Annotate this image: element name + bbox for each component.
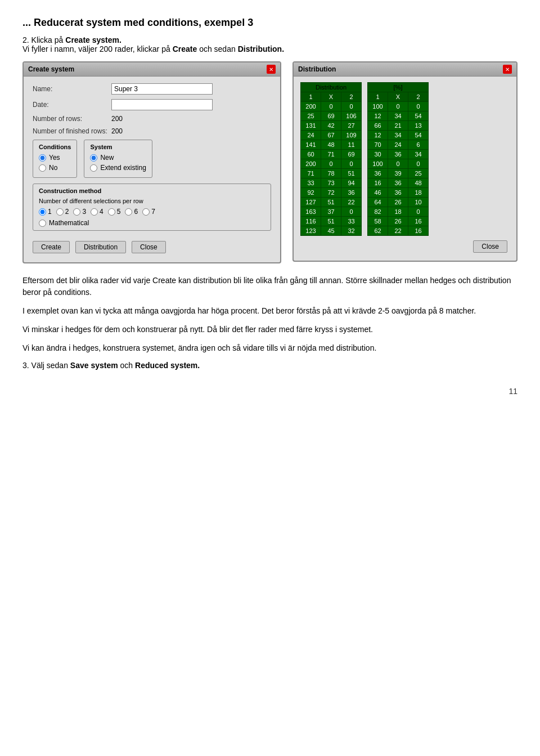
pct-cell: 26	[388, 217, 408, 226]
date-label: Date:	[33, 101, 111, 109]
dist-cell: 11	[341, 140, 362, 150]
num-2-radio[interactable]	[56, 208, 64, 216]
num-6-label: 6	[134, 208, 138, 216]
step3-heading: 3. Välj sedan Save system och Reduced sy…	[22, 361, 518, 370]
pct-cell: 18	[388, 207, 408, 217]
dist-cell: 0	[321, 159, 341, 169]
dist-col-1: 1	[301, 92, 321, 102]
system-new-radio[interactable]	[90, 154, 97, 162]
finished-value: 200	[111, 127, 123, 135]
num-6-radio[interactable]	[125, 208, 132, 216]
rows-label: Number of rows:	[33, 115, 111, 123]
pct-cell: 0	[408, 159, 429, 169]
num-3-radio[interactable]	[73, 208, 80, 216]
distribution-titlebar: Distribution ✕	[294, 62, 516, 77]
distribution-button[interactable]: Distribution	[75, 241, 126, 253]
dist-cell: 141	[301, 140, 321, 150]
num-7-option[interactable]: 7	[142, 208, 155, 216]
system-group: System New Extend existing	[84, 140, 152, 178]
num-1-label: 1	[48, 208, 52, 216]
dist-cell: 60	[301, 150, 321, 159]
dist-cell: 24	[301, 131, 321, 140]
pct-cell: 16	[408, 226, 429, 236]
pct-cell: 66	[368, 121, 388, 131]
num-5-radio[interactable]	[108, 208, 115, 216]
pct-cell: 46	[368, 188, 388, 198]
pct-cell: 34	[408, 150, 429, 159]
pct-cell: 30	[368, 150, 388, 159]
conditions-title: Conditions	[39, 144, 71, 150]
step2-och: och sedan	[199, 44, 236, 53]
system-extend-radio[interactable]	[90, 164, 97, 172]
conditions-no-radio[interactable]	[39, 164, 46, 172]
mathematical-radio[interactable]	[39, 220, 46, 227]
num-6-option[interactable]: 6	[125, 208, 138, 216]
rows-row: Number of rows: 200	[33, 115, 271, 123]
rows-value: 200	[111, 115, 123, 123]
num-4-radio[interactable]	[91, 208, 98, 216]
num-2-option[interactable]: 2	[56, 208, 69, 216]
create-button[interactable]: Create	[33, 241, 70, 253]
conditions-group: Conditions Yes No	[33, 140, 77, 178]
pct-cell: 34	[388, 131, 408, 140]
dist-cell: 106	[341, 111, 362, 121]
pct-cell: 62	[368, 226, 388, 236]
name-label: Name:	[33, 85, 111, 93]
pct-cell: 10	[408, 198, 429, 207]
num-4-option[interactable]: 4	[91, 208, 104, 216]
num-7-radio[interactable]	[142, 208, 150, 216]
pct-cell: 48	[408, 178, 429, 188]
dist-cell: 37	[321, 207, 341, 217]
create-dialog-titlebar: Create system ✕	[24, 62, 280, 77]
pct-cell: 70	[368, 140, 388, 150]
num-5-option[interactable]: 5	[108, 208, 121, 216]
pct-cell: 21	[388, 121, 408, 131]
distribution-close-x[interactable]: ✕	[503, 65, 512, 74]
name-input[interactable]	[111, 83, 213, 95]
pct-cell: 100	[368, 159, 388, 169]
dist-cell: 123	[301, 226, 321, 236]
step3-label: 3. Välj sedan	[22, 361, 68, 370]
date-input[interactable]	[111, 99, 213, 110]
step2-bold: Create system.	[65, 35, 122, 44]
conditions-yes-radio[interactable]	[39, 154, 46, 162]
dist-cell: 51	[321, 198, 341, 207]
pct-cell: 16	[368, 178, 388, 188]
dist-header: Distribution	[301, 83, 362, 92]
pct-cell: 0	[388, 159, 408, 169]
system-extend-option[interactable]: Extend existing	[90, 164, 146, 172]
num-3-option[interactable]: 3	[73, 208, 86, 216]
construction-title: Construction method	[39, 187, 265, 194]
percent-table: [%] 1 X 2 100001234546621131234547024630…	[367, 82, 429, 236]
pct-cell: 6	[408, 140, 429, 150]
dist-cell: 73	[321, 178, 341, 188]
conditions-yes-label: Yes	[49, 154, 60, 162]
conditions-yes-option[interactable]: Yes	[39, 154, 71, 162]
name-row: Name:	[33, 83, 271, 95]
system-new-option[interactable]: New	[90, 154, 146, 162]
create-dialog-close-x[interactable]: ✕	[267, 65, 276, 74]
num-1-option[interactable]: 1	[39, 208, 52, 216]
dist-cell: 22	[341, 198, 362, 207]
dist-cell: 67	[321, 131, 341, 140]
num-1-radio[interactable]	[39, 208, 46, 216]
mathematical-option[interactable]: Mathematical	[39, 219, 265, 227]
dialogs-row: Create system ✕ Name: Date: Number of ro…	[22, 61, 518, 263]
pct-cell: 36	[388, 188, 408, 198]
page-number: 11	[22, 387, 518, 396]
dist-cell: 200	[301, 102, 321, 111]
close-button[interactable]: Close	[132, 241, 166, 253]
system-extend-label: Extend existing	[100, 164, 146, 172]
dist-close-row: Close	[300, 236, 510, 255]
pct-cell: 25	[408, 169, 429, 178]
dist-cell: 72	[321, 188, 341, 198]
dist-close-button[interactable]: Close	[473, 240, 507, 253]
step2-text: Vi fyller i namn, väljer 200 rader, klic…	[22, 44, 170, 53]
dist-cell: 36	[341, 188, 362, 198]
step2-intro: 2. Klicka på Create system. Vi fyller i …	[22, 35, 518, 53]
dist-cell: 200	[301, 159, 321, 169]
pct-col-2: 2	[408, 92, 429, 102]
create-dialog-buttons: Create Distribution Close	[33, 236, 271, 256]
conditions-no-option[interactable]: No	[39, 164, 71, 172]
mathematical-label: Mathematical	[49, 219, 89, 227]
